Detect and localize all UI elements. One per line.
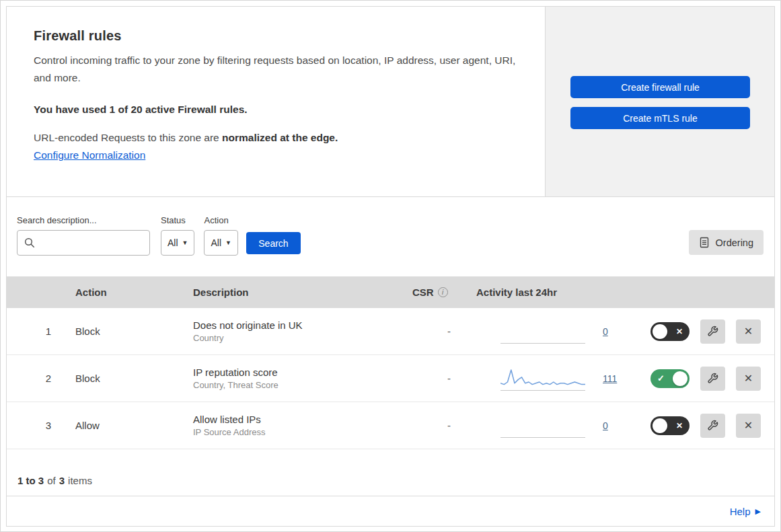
arrow-right-icon: ▶ [755, 508, 761, 515]
edit-rule-button[interactable] [700, 367, 725, 391]
wrench-icon [707, 373, 718, 384]
rule-priority: 1 [7, 326, 61, 337]
rule-activity: 111 [471, 367, 639, 391]
info-icon[interactable]: i [438, 287, 448, 297]
ordering-label: Ordering [716, 237, 753, 248]
column-header-description: Description [178, 287, 400, 298]
table-row: 1 Block Does not originate in UK Country… [7, 308, 774, 355]
rule-enabled-toggle[interactable]: ✕ ✓ [650, 322, 690, 341]
rule-csr-value: - [400, 373, 471, 384]
rule-csr-value: - [400, 420, 471, 431]
activity-sparkline [500, 319, 585, 344]
configure-normalization-link[interactable]: Configure Normalization [34, 149, 145, 161]
action-dropdown[interactable]: All ▼ [204, 230, 237, 256]
close-icon: ✕ [744, 373, 753, 384]
help-bar: Help ▶ [7, 496, 774, 526]
edit-rule-button[interactable] [700, 414, 725, 438]
filter-bar: Search description... Status All ▼ Actio… [7, 197, 774, 276]
table-footer: 1 to 3 of 3 items [7, 449, 774, 496]
create-firewall-rule-button[interactable]: Create firewall rule [570, 76, 750, 98]
usage-note: You have used 1 of 20 active Firewall ru… [34, 104, 518, 116]
toggle-knob [673, 371, 687, 386]
normalization-text: URL-encoded Requests to this zone are [34, 132, 222, 143]
items-range: 1 to 3 [17, 475, 44, 486]
firewall-rules-card: Firewall rules Control incoming traffic … [6, 6, 546, 197]
toggle-knob [653, 418, 667, 433]
help-label: Help [730, 506, 751, 517]
toggle-off-icon: ✕ [676, 420, 683, 430]
ordering-button[interactable]: Ordering [689, 230, 764, 255]
status-label: Status [161, 215, 194, 225]
rule-priority: 2 [7, 373, 61, 384]
activity-count-link[interactable]: 111 [603, 373, 617, 384]
rules-panel: Search description... Status All ▼ Actio… [6, 197, 775, 527]
rule-filter-fields: Country, Threat Score [193, 380, 400, 390]
activity-sparkline [500, 414, 585, 438]
rule-activity: 0 [471, 414, 639, 438]
firewall-rules-page: Firewall rules Control incoming traffic … [0, 0, 781, 532]
search-label: Search description... [17, 215, 150, 225]
header-actions-panel: Create firewall rule Create mTLS rule [546, 6, 775, 197]
action-filter-group: Action All ▼ [204, 215, 237, 256]
normalization-note: URL-encoded Requests to this zone are no… [34, 132, 518, 144]
normalization-bold: normalized at the edge. [222, 132, 338, 143]
close-icon: ✕ [744, 326, 753, 337]
table-header: Action Description CSR i Activity last 2… [7, 276, 774, 308]
header-section: Firewall rules Control incoming traffic … [6, 6, 775, 197]
column-header-action: Action [61, 287, 178, 298]
search-field [17, 230, 150, 256]
rule-description: IP reputation score Country, Threat Scor… [178, 367, 400, 390]
activity-count-link[interactable]: 0 [603, 420, 608, 431]
delete-rule-button[interactable]: ✕ [736, 367, 761, 391]
activity-sparkline [500, 367, 585, 391]
toggle-off-icon: ✕ [676, 326, 683, 336]
rule-action: Allow [61, 420, 178, 431]
wrench-icon [707, 326, 718, 337]
table-row: 2 Block IP reputation score Country, Thr… [7, 355, 774, 402]
wrench-icon [707, 420, 718, 431]
rule-controls: ✕ ✓ ✕ [639, 319, 774, 344]
rule-activity: 0 [471, 319, 639, 344]
rule-filter-fields: Country [193, 333, 400, 343]
status-value: All [168, 237, 178, 248]
rule-description: Does not originate in UK Country [178, 319, 400, 343]
table-row: 3 Allow Allow listed IPs IP Source Addre… [7, 402, 774, 449]
edit-rule-button[interactable] [700, 319, 725, 344]
status-filter-group: Status All ▼ [161, 215, 194, 256]
column-header-activity: Activity last 24hr [471, 287, 639, 298]
rule-title: Does not originate in UK [193, 319, 400, 331]
rule-filter-fields: IP Source Address [193, 427, 400, 437]
status-dropdown[interactable]: All ▼ [161, 230, 194, 256]
rule-enabled-toggle[interactable]: ✕ ✓ [650, 416, 690, 435]
action-value: All [211, 237, 221, 248]
rule-title: Allow listed IPs [193, 414, 400, 425]
search-icon [24, 237, 35, 248]
items-of-label: of [47, 475, 56, 486]
toggle-knob [653, 324, 667, 339]
toggle-on-icon: ✓ [657, 373, 665, 383]
close-icon: ✕ [744, 420, 753, 431]
create-mtls-rule-button[interactable]: Create mTLS rule [570, 107, 750, 129]
items-label: items [68, 475, 92, 486]
chevron-down-icon: ▼ [182, 240, 188, 246]
column-header-csr: CSR i [400, 287, 471, 298]
rule-enabled-toggle[interactable]: ✕ ✓ [650, 369, 690, 388]
delete-rule-button[interactable]: ✕ [736, 319, 761, 344]
search-button[interactable]: Search [246, 232, 301, 254]
csr-header-label: CSR [412, 287, 434, 298]
rule-controls: ✕ ✓ ✕ [639, 367, 774, 391]
rule-controls: ✕ ✓ ✕ [639, 414, 774, 438]
chevron-down-icon: ▼ [225, 240, 231, 246]
search-description-input[interactable] [17, 230, 150, 256]
rule-action: Block [61, 326, 178, 337]
rule-description: Allow listed IPs IP Source Address [178, 414, 400, 437]
page-description: Control incoming traffic to your zone by… [34, 52, 518, 86]
delete-rule-button[interactable]: ✕ [736, 414, 761, 438]
rule-csr-value: - [400, 326, 471, 337]
items-total: 3 [59, 475, 65, 486]
action-label: Action [204, 215, 237, 225]
help-link[interactable]: Help ▶ [730, 506, 761, 517]
search-group: Search description... [17, 215, 150, 256]
rule-priority: 3 [7, 420, 61, 431]
activity-count-link[interactable]: 0 [603, 326, 608, 337]
